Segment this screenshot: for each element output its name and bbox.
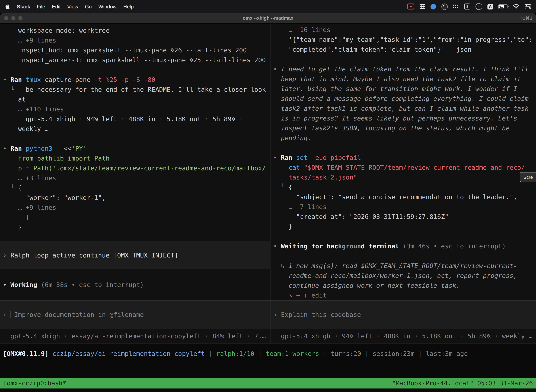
text-segment: p = Path('.omx/state/team/review-current… [3,164,266,172]
menu-window[interactable]: Window [98,4,117,9]
text-segment: Explain this codebase [281,311,361,318]
wifi-icon[interactable] [513,4,519,9]
text-segment: { [18,184,22,191]
apple-menu-icon[interactable] [5,4,10,9]
text-segment: › [273,311,281,318]
left-prompt-line: › Improve documentation in @filename [3,310,144,320]
tmux-host-clock-label: "MacBook-Pro-44.local" 05:03 31-Mar-26 [392,380,533,387]
menu-file[interactable]: File [37,4,45,9]
terminal-line: • Waiting for background terminal (3m 46… [273,241,536,251]
text-segment: tmux [26,76,45,83]
screen-recording-indicator-icon[interactable] [407,4,414,9]
terminal-line: task2 after task1 is complete, but can I… [273,104,536,113]
ralph-loop-line: › Ralph loop active continue [OMX_TMUX_I… [3,250,178,260]
terminal-line: "subject": "send a concise recommendatio… [273,192,536,202]
terminal-line: • Ran tmux capture-pane -t %25 -p -S -80 [3,75,270,85]
menu-help[interactable]: Help [123,4,134,9]
text-segment: "subject": "send a concise recommendatio… [273,193,517,201]
right-prompt-input[interactable]: › Explain this codebase [270,300,536,329]
text-segment: session:23m [373,350,414,357]
text-segment: Ran [10,76,26,83]
text-segment: ↳ [273,262,289,269]
text-segment: … +3 lines [3,174,56,182]
text-segment: '{"team_name":"my-team","task_id":"1","f… [273,36,532,43]
close-button[interactable] [4,16,9,20]
text-segment: d terminal [361,242,403,250]
minimize-button[interactable] [11,16,15,20]
text-segment: - << [56,145,72,152]
screen: Slack File Edit View Go Window Help 8 .6… [0,0,536,392]
menubar-status-icons: 8 .61 A 61 [407,3,531,10]
number-key-icon[interactable]: 8 [464,4,470,9]
terminal-line: } [3,222,270,232]
terminal-line: … +9 lines [3,36,270,45]
terminal-line: "created_at": "2026-03-31T11:59:27.816Z" [273,212,536,222]
ralph-loop-banner: › Ralph loop active continue [OMX_TMUX_I… [0,241,270,269]
battery-stub [508,5,509,7]
text-segment: be necessary for the end of the README. … [26,86,266,93]
text-segment: "completed","claim_token":"claim-token"}… [273,46,471,53]
control-center-icon[interactable] [525,4,531,9]
text-segment: } [3,223,22,231]
text-segment: pending. [273,134,311,142]
terminal-line: keep that in mind. Maybe I also need the… [273,74,536,84]
text-segment: "worker": "worker-1", [3,194,106,201]
text-segment: { [289,183,292,191]
text-segment: ] [3,214,29,221]
text-segment: inspect_hud: omx sparkshell --tmux-pane … [3,46,247,54]
text-segment: kgroun [338,242,361,250]
text-segment: • [273,154,281,161]
apple-logo [5,4,10,9]
terminal-line: pending. [273,133,536,143]
terminal-line [273,232,536,241]
text-segment: • [273,242,281,250]
terminal-line: … +16 lines [273,25,536,35]
terminal-line: cat "$OMX_TEAM_STATE_ROOT/team/review-cu… [273,163,536,173]
right-pane-footer: gpt-5.4 xhigh · 94% left · 488K in · 5.1… [270,329,536,344]
terminal-line: • I need to get the claim token from the… [273,64,536,74]
text-segment: └ [3,86,26,93]
text-segment: 'PY' [72,145,87,152]
text-segment: Ran [10,145,26,152]
text-segment: readme-and-reco/mailbox/worker-1.json, a… [273,272,517,279]
text-segment: Improve documentation in @filename [14,311,144,318]
left-terminal-pane[interactable]: workspace_mode: worktree … +9 lines insp… [0,23,270,344]
window-title: omx --xhigh --madmax [0,15,536,21]
text-segment: Working [10,281,41,288]
zoom-button[interactable] [18,16,23,20]
terminal-line: workspace_mode: worktree [3,26,270,36]
menu-view[interactable]: View [67,4,78,9]
text-segment: Ralph loop active continue [OMX_TMUX_INJ… [10,251,178,259]
text-segment: tasks/task-2.json" [273,173,357,181]
left-prompt-input[interactable]: › Improve documentation in @filename [0,300,270,329]
menubar-app-name[interactable]: Slack [17,4,30,9]
text-segment: "$OMX_TEAM_STATE_ROOT/team/review-curren… [304,164,525,171]
terminal-line: └ { [273,182,536,192]
terminal-line: continue assigned work or next feasible … [273,281,536,290]
text-segment: Waiting for bac [281,242,338,250]
dots-grid-icon[interactable] [453,5,459,9]
left-pane-footer: gpt-5.4 xhigh · essay/ai-reimplementatio… [0,329,270,344]
text-segment: inspect_worker-1: omx sparkshell --tmux-… [3,56,266,64]
battery-gauge-icon[interactable]: .61 [475,3,482,10]
text-segment: from pathlib import Path [3,154,110,162]
blue-app-icon[interactable] [431,4,436,9]
text-segment: … +16 lines [273,26,330,33]
text-segment: at [3,96,26,103]
battery-icon[interactable]: 61 [498,4,507,9]
menu-go[interactable]: Go [85,4,92,9]
right-footer-line: gpt-5.4 xhigh · 94% left · 488K in · 5.1… [273,331,536,341]
right-terminal-pane[interactable]: … +16 lines '{"team_name":"my-team","tas… [270,23,536,344]
text-segment: └ [273,183,289,191]
dark-app-icon[interactable] [441,3,448,10]
terminal-line [273,54,536,64]
text-segment: capture-pane [45,76,94,83]
terminal-line: • Ran python3 - <<'PY' [3,144,270,154]
grid-icon[interactable] [420,4,425,9]
screen-tooltip: Scre [520,172,536,182]
terminal-line: weekly … [3,124,270,134]
input-source-icon[interactable]: A [488,4,493,9]
menu-edit[interactable]: Edit [52,4,61,9]
text-segment: └ [3,184,18,191]
text-segment: • [3,281,10,288]
